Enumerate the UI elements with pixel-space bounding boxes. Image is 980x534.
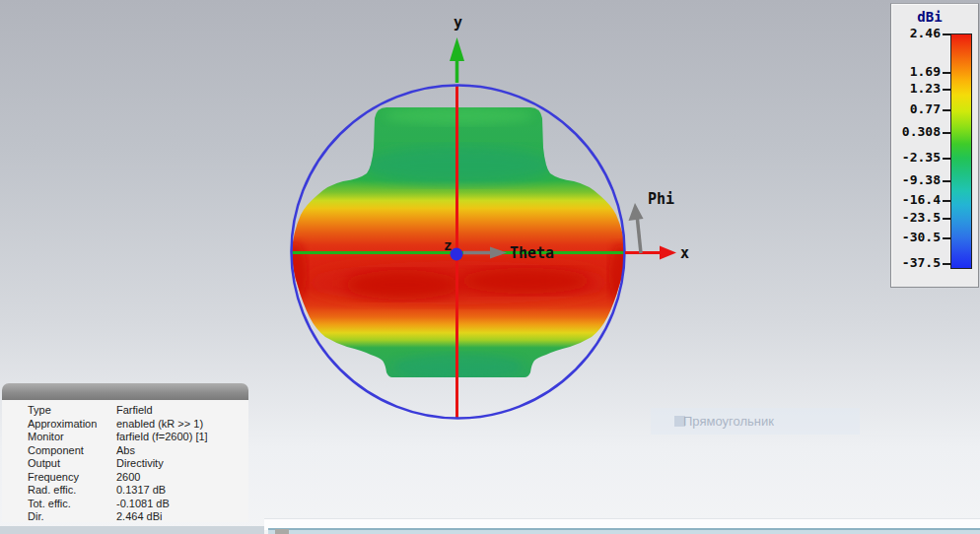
legend-tick-label: -2.35 [891, 151, 941, 165]
legend-tick [943, 132, 950, 134]
bottom-left-strip [0, 526, 264, 534]
y-axis-arrow [450, 37, 464, 83]
info-row-monitor: Monitor farfield (f=2600) [1] [2, 431, 248, 444]
x-axis-label: x [680, 244, 689, 262]
legend-tick [943, 72, 950, 74]
snip-tool-label: Прямоугольник [683, 414, 774, 429]
phi-axis-label: Phi [648, 190, 674, 208]
legend-tick [943, 89, 950, 91]
info-row-rad-effic: Rad. effic. 0.1317 dB [2, 484, 248, 498]
y-axis-label: y [454, 14, 462, 32]
legend-tick [943, 218, 950, 220]
info-row-output: Output Directivity [2, 457, 248, 471]
horizontal-scrollbar[interactable] [268, 528, 980, 534]
info-row-dir: Dir. 2.464 dBi [2, 510, 248, 524]
legend-tick-label: 1.69 [891, 65, 941, 79]
legend-tick-label: -16.4 [891, 193, 941, 207]
legend-tick-label: 0.77 [891, 102, 941, 116]
cst-farfield-window: y x z Theta Phi dBi 2.46 1.69 1.23 0.77 … [0, 0, 980, 534]
legend-tick-label: -37.5 [891, 256, 941, 270]
info-row-frequency: Frequency 2600 [2, 471, 248, 485]
legend-tick [943, 180, 950, 182]
info-panel-body: Type Farfield Approximation enabled (kR … [2, 400, 248, 522]
legend-tick [943, 200, 950, 202]
legend-tick-label: 2.46 [891, 27, 941, 40]
legend-unit-label: dBi [891, 9, 968, 25]
legend-color-bar [950, 33, 972, 269]
legend-tick [943, 158, 950, 160]
legend-tick-label: -30.5 [891, 231, 941, 244]
scrollbar-thumb[interactable] [275, 529, 289, 534]
info-row-type: Type Farfield [2, 404, 248, 418]
legend-tick [943, 263, 950, 265]
color-scale-legend: dBi 2.46 1.69 1.23 0.77 0.308 -2.35 -9.3… [890, 3, 979, 288]
x-axis-arrow [625, 246, 676, 260]
info-panel-header[interactable] [2, 383, 248, 400]
snip-tool-overlay[interactable]: Прямоугольник [651, 408, 860, 434]
phi-arrow [629, 203, 644, 253]
farfield-info-panel: Type Farfield Approximation enabled (kR … [2, 383, 248, 522]
theta-axis-label: Theta [510, 244, 554, 262]
z-axis-label: z [444, 237, 452, 253]
info-row-tot-effic: Tot. effic. -0.1081 dB [2, 498, 248, 511]
legend-tick [943, 109, 950, 111]
legend-tick-label: -23.5 [891, 211, 941, 225]
legend-tick-label: 0.308 [891, 125, 941, 139]
legend-tick-label: 1.23 [891, 82, 941, 96]
z-axis-dot [451, 248, 463, 261]
legend-tick-label: -9.38 [891, 173, 941, 187]
info-row-component: Component Abs [2, 444, 248, 458]
info-row-approximation: Approximation enabled (kR >> 1) [2, 418, 248, 432]
legend-tick [943, 237, 950, 239]
legend-tick [943, 33, 950, 35]
